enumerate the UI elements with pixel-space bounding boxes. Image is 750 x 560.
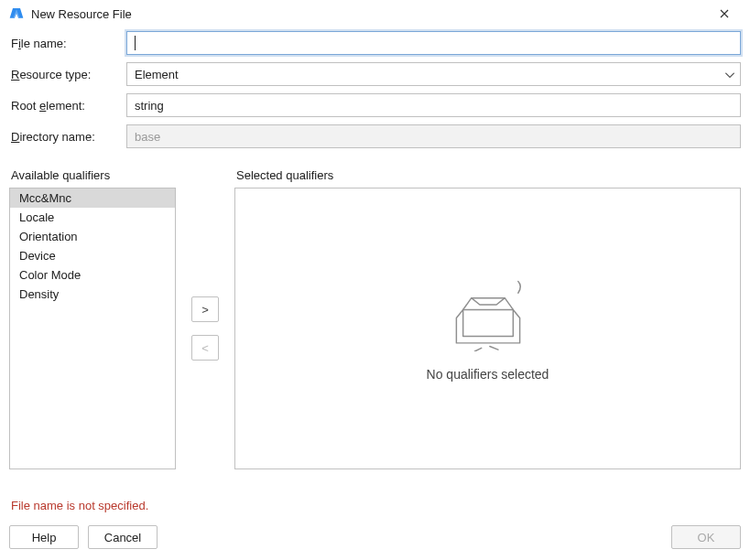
close-button[interactable]	[706, 1, 743, 27]
file-name-label: File name:	[9, 37, 126, 50]
qualifier-item[interactable]: Locale	[10, 208, 175, 227]
qualifiers-area: Available qualifiers Selected qualifiers…	[0, 156, 750, 484]
directory-name-label: Directory name:	[9, 130, 126, 144]
form-area: File name: Resource type: Element Root e…	[0, 27, 750, 156]
directory-name-row: Directory name: base	[9, 124, 741, 148]
resource-type-label: Resource type:	[9, 68, 126, 81]
resource-type-row: Resource type: Element	[9, 62, 741, 86]
qualifier-item[interactable]: Device	[10, 246, 175, 265]
directory-name-input: base	[126, 124, 741, 148]
qualifier-item[interactable]: Density	[10, 285, 175, 304]
empty-box-icon	[438, 276, 538, 354]
available-qualifiers-label: Available qualifiers	[9, 168, 176, 188]
window-title: New Resource File	[31, 7, 132, 21]
button-bar: Help Cancel OK	[0, 512, 750, 560]
resource-type-value: Element	[135, 68, 179, 81]
resource-type-select[interactable]: Element	[126, 62, 741, 86]
root-element-label: Root element:	[9, 99, 126, 113]
remove-qualifier-button[interactable]: <	[191, 335, 219, 361]
text-caret	[135, 36, 136, 50]
selected-qualifiers-label: Selected qualifiers	[234, 168, 741, 188]
file-name-row: File name:	[9, 31, 741, 55]
chevron-down-icon	[725, 68, 734, 81]
root-element-value: string	[135, 99, 164, 113]
file-name-input[interactable]	[126, 31, 741, 55]
qualifier-item[interactable]: Color Mode	[10, 265, 175, 285]
selected-qualifiers-empty-text: No qualifiers selected	[427, 367, 549, 382]
cancel-button[interactable]: Cancel	[88, 525, 158, 549]
error-message: File name is not specified.	[0, 484, 750, 512]
add-qualifier-button[interactable]: >	[191, 296, 219, 322]
dialog: New Resource File File name: Resource ty…	[0, 0, 750, 560]
qualifier-item[interactable]: Mcc&Mnc	[10, 188, 175, 208]
app-icon	[9, 6, 24, 21]
ok-button[interactable]: OK	[671, 525, 741, 549]
close-icon	[720, 9, 729, 18]
directory-name-value: base	[135, 130, 160, 144]
help-button[interactable]: Help	[9, 525, 79, 549]
qualifier-transfer-buttons: > <	[183, 188, 227, 469]
selected-qualifiers-panel: No qualifiers selected	[234, 188, 741, 469]
qualifier-item[interactable]: Orientation	[10, 227, 175, 246]
available-qualifiers-list[interactable]: Mcc&MncLocaleOrientationDeviceColor Mode…	[9, 188, 176, 469]
root-element-input[interactable]: string	[126, 93, 741, 117]
titlebar: New Resource File	[0, 0, 750, 27]
root-element-row: Root element: string	[9, 93, 741, 117]
